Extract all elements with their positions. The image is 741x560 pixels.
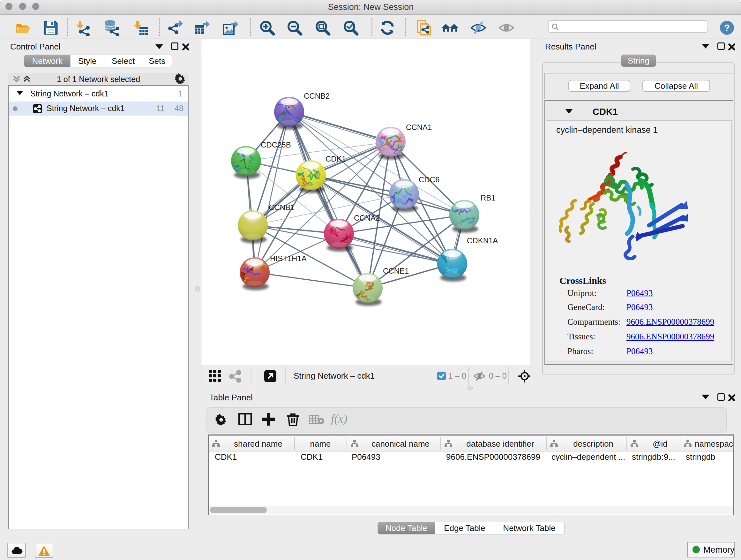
svg-text:CCNA1: CCNA1 bbox=[406, 123, 432, 132]
svg-text:CCNE1: CCNE1 bbox=[383, 266, 409, 275]
svg-text:CDC6: CDC6 bbox=[419, 175, 440, 184]
svg-text:CDK1: CDK1 bbox=[326, 154, 346, 163]
svg-text:RB1: RB1 bbox=[481, 193, 495, 202]
svg-text:CCNB2: CCNB2 bbox=[304, 91, 330, 100]
svg-text:CCNB1: CCNB1 bbox=[269, 203, 294, 212]
svg-text:?: ? bbox=[724, 22, 730, 33]
svg-text:HIST1H1A: HIST1H1A bbox=[270, 254, 307, 263]
svg-text:CDC25B: CDC25B bbox=[261, 140, 291, 149]
svg-text:CDKN1A: CDKN1A bbox=[467, 236, 498, 245]
svg-text:CCNA2: CCNA2 bbox=[354, 213, 380, 222]
